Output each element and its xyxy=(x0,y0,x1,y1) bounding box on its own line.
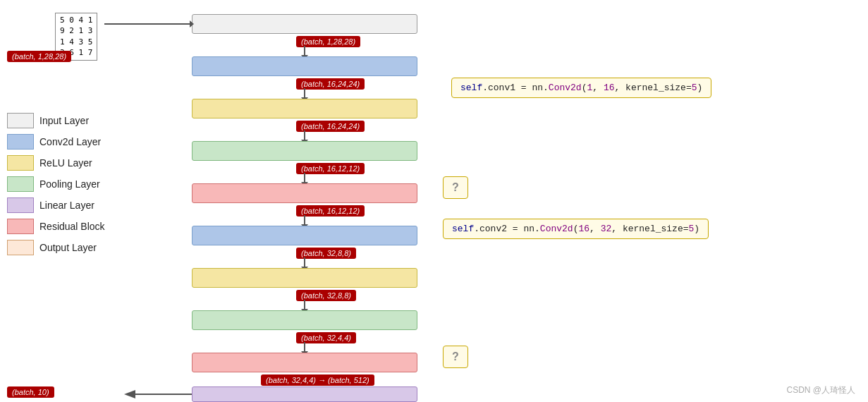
legend-label-linear: Linear Layer xyxy=(39,200,94,211)
legend-item-output: Output Layer xyxy=(7,240,105,255)
arrow-0 xyxy=(304,46,305,56)
legend-item-conv: Conv2d Layer xyxy=(7,134,105,150)
arrow-5 xyxy=(304,257,305,267)
code-box-2: self.conv2 = nn.Conv2d(16, 32, kernel_si… xyxy=(443,219,709,239)
layer-input xyxy=(192,14,417,34)
legend-label-relu: ReLU Layer xyxy=(39,157,92,169)
code1-close: ) xyxy=(697,83,703,93)
main-container: Input Layer Conv2d Layer ReLU Layer Pool… xyxy=(0,0,868,402)
shape-8: (batch, 32,4,4) → (batch, 512) xyxy=(261,374,374,386)
code2-self: self xyxy=(452,224,474,234)
image-line-1: 5 0 4 1 xyxy=(60,15,92,25)
arrow-6 xyxy=(304,300,305,310)
legend-label-pool: Pooling Layer xyxy=(39,178,100,190)
layer-pool1 xyxy=(192,141,417,161)
legend-item-linear: Linear Layer xyxy=(7,197,105,213)
code1-ksval: 5 xyxy=(692,83,697,93)
code1-dot: .conv1 = nn. xyxy=(482,83,549,93)
legend-item-residual: Residual Block xyxy=(7,219,105,234)
code2-arg2: 32 xyxy=(601,224,612,234)
legend-box-pool xyxy=(7,176,34,192)
legend-item-relu: ReLU Layer xyxy=(7,155,105,171)
output-shape-badge: (batch, 10) xyxy=(7,386,54,398)
horiz-arrowhead xyxy=(190,20,194,28)
legend-label-residual: Residual Block xyxy=(39,221,105,232)
arrow-7 xyxy=(304,342,305,352)
input-shape-badge-left: (batch, 1,28,28) xyxy=(7,51,71,62)
legend-box-linear xyxy=(7,197,34,213)
layer-conv1 xyxy=(192,56,417,76)
image-line-3: 1 4 3 5 xyxy=(60,37,92,47)
arrow-2 xyxy=(304,130,305,140)
legend-label-output: Output Layer xyxy=(39,242,97,253)
code2-arg1: 16 xyxy=(578,224,589,234)
horiz-arrow xyxy=(104,23,190,25)
arrow-3 xyxy=(304,173,305,183)
legend-label-input: Input Layer xyxy=(39,115,89,126)
legend-item-input: Input Layer xyxy=(7,113,105,128)
code1-ks: , kernel_size= xyxy=(615,83,692,93)
code2-dot: .conv2 = nn. xyxy=(474,224,540,234)
image-line-2: 9 2 1 3 xyxy=(60,25,92,36)
legend: Input Layer Conv2d Layer ReLU Layer Pool… xyxy=(7,113,105,255)
watermark: CSDN @人琦怪人 xyxy=(786,384,855,396)
shape-4: (batch, 16,12,12) xyxy=(296,205,365,217)
layer-pool2 xyxy=(192,310,417,330)
arrow-1 xyxy=(304,88,305,98)
code2-ks: , kernel_size= xyxy=(611,224,688,234)
layer-relu2 xyxy=(192,268,417,288)
legend-label-conv: Conv2d Layer xyxy=(39,136,101,147)
layer-relu1 xyxy=(192,99,417,118)
code1-conv: Conv2d xyxy=(549,83,582,93)
legend-box-relu xyxy=(7,155,34,171)
legend-box-conv xyxy=(7,134,34,150)
legend-box-output xyxy=(7,240,34,255)
legend-box-residual xyxy=(7,219,34,234)
arrow-4 xyxy=(304,215,305,225)
q-box-2: ? xyxy=(443,346,468,368)
layer-linear xyxy=(192,386,417,402)
shape-2: (batch, 16,24,24) xyxy=(296,121,365,132)
code2-close: ) xyxy=(694,224,699,234)
code2-conv: Conv2d xyxy=(540,224,573,234)
layer-conv2 xyxy=(192,226,417,245)
code1-self: self xyxy=(460,83,482,93)
layer-residual1 xyxy=(192,183,417,203)
q-box-1: ? xyxy=(443,176,468,199)
shape-3: (batch, 16,12,12) xyxy=(296,163,365,174)
legend-box-input xyxy=(7,113,34,128)
shape-0: (batch, 1,28,28) xyxy=(296,36,360,47)
code2-comma1: , xyxy=(589,224,601,234)
code-box-1: self.conv1 = nn.Conv2d(1, 16, kernel_siz… xyxy=(451,78,711,98)
code1-arg2: 16 xyxy=(604,83,615,93)
code1-comma1: , xyxy=(592,83,604,93)
shape-1: (batch, 16,24,24) xyxy=(296,78,365,90)
layer-residual2 xyxy=(192,353,417,372)
legend-item-pool: Pooling Layer xyxy=(7,176,105,192)
